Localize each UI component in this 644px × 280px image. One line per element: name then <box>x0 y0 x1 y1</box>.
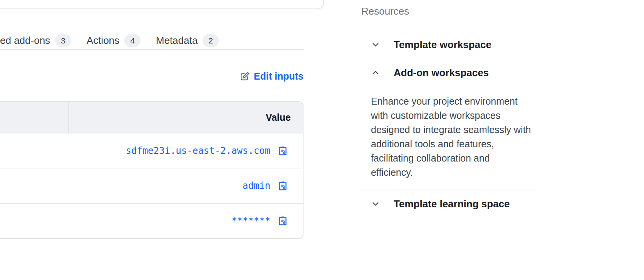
accordion-item-template-workspace: Template workspace <box>361 32 541 57</box>
copy-to-clipboard-button[interactable] <box>277 145 288 156</box>
resources-accordion: Template workspace Add-on workspaces Enh… <box>361 32 541 218</box>
description-line: facilitating collaboration and <box>371 151 541 165</box>
accordion-header-template-workspace[interactable]: Template workspace <box>361 32 541 57</box>
chevron-down-icon <box>371 199 380 208</box>
accordion-item-addon-workspaces: Add-on workspaces Enhance your project e… <box>361 57 541 190</box>
value-column-header: Value <box>266 112 291 123</box>
tab-label: ed add-ons <box>0 35 50 47</box>
copy-to-clipboard-button[interactable] <box>277 215 288 226</box>
resources-panel: Resources Template workspace Add-on <box>361 5 541 218</box>
clipboard-copy-icon <box>277 215 288 226</box>
description-line: efficiency. <box>371 165 541 180</box>
description-line: Enhance your project environment <box>371 94 541 108</box>
accordion-header-addon-workspaces[interactable]: Add-on workspaces <box>361 57 541 88</box>
chevron-up-icon <box>371 68 380 77</box>
edit-pencil-square-icon <box>240 72 250 82</box>
copy-to-clipboard-button[interactable] <box>277 180 288 191</box>
accordion-item-title: Template workspace <box>394 39 491 51</box>
accordion-item-template-learning-space: Template learning space <box>361 190 541 218</box>
description-line: designed to integrate seamlessly with <box>371 123 541 137</box>
table-row: ******* <box>0 204 303 238</box>
input-value-host: sdfme23i.us-east-2.aws.com <box>126 145 270 156</box>
description-line: with customizable workspaces <box>371 108 541 123</box>
clipboard-copy-icon <box>277 145 288 156</box>
input-value-password-masked: ******* <box>231 215 270 226</box>
edit-inputs-button[interactable]: Edit inputs <box>240 71 304 82</box>
tab-count-badge: 4 <box>124 34 141 47</box>
table-row: admin <box>0 168 303 203</box>
table-row: sdfme23i.us-east-2.aws.com <box>0 133 303 168</box>
previous-card-bottom-edge <box>0 0 324 9</box>
accordion-item-title: Template learning space <box>394 198 510 210</box>
clipboard-copy-icon <box>277 180 288 191</box>
input-value-username: admin <box>243 180 270 191</box>
addon-workspaces-description: Enhance your project environment with cu… <box>371 94 541 180</box>
tab-installed-add-ons[interactable]: ed add-ons 3 <box>0 34 71 47</box>
tab-label: Actions <box>87 35 119 47</box>
edit-inputs-row: Edit inputs <box>0 71 304 82</box>
tab-metadata[interactable]: Metadata 2 <box>156 34 219 47</box>
addon-tab-strip: ed add-ons 3 Actions 4 Metadata 2 <box>0 32 304 50</box>
inputs-table: Value sdfme23i.us-east-2.aws.com admin <box>0 101 304 239</box>
edit-inputs-label: Edit inputs <box>254 71 304 82</box>
accordion-item-title: Add-on workspaces <box>394 67 489 79</box>
chevron-down-icon <box>371 40 380 49</box>
accordion-header-template-learning-space[interactable]: Template learning space <box>361 190 541 218</box>
column-divider <box>68 102 69 133</box>
tab-label: Metadata <box>156 35 198 47</box>
resources-panel-title: Resources <box>361 5 541 17</box>
tab-actions[interactable]: Actions 4 <box>87 34 141 47</box>
tab-count-badge: 3 <box>55 34 71 47</box>
description-line: additional tools and features, <box>371 137 541 151</box>
table-header-row: Value <box>0 102 303 133</box>
tab-count-badge: 2 <box>203 34 219 47</box>
